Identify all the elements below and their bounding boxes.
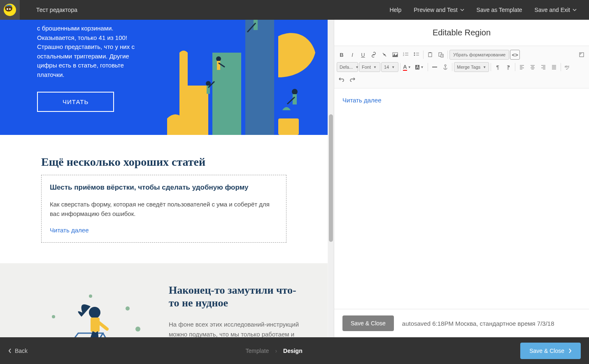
anchor-icon <box>442 64 448 70</box>
svg-point-2 <box>7 8 8 10</box>
menu-preview-test[interactable]: Preview and Test <box>414 7 464 13</box>
article-card[interactable]: Шесть приёмов вёрстки, чтобы сделать удо… <box>41 175 286 243</box>
spellcheck-button[interactable]: abc <box>563 62 573 72</box>
fullscreen-button[interactable] <box>577 50 587 60</box>
ordered-list-button[interactable]: 12 <box>401 50 411 60</box>
fun-section: Наконец-то замутили что-то не нудное На … <box>0 263 328 337</box>
primary-save-close-button[interactable]: Save & Close <box>520 343 581 359</box>
save-close-button[interactable]: Save & Close <box>342 315 394 331</box>
menu-save-template[interactable]: Save as Template <box>477 7 522 13</box>
rtl-button[interactable]: ¶ <box>503 62 513 72</box>
font-style-select[interactable]: Font▼ <box>359 62 380 72</box>
step-template[interactable]: Template <box>246 348 269 354</box>
chevron-down-icon <box>573 8 577 12</box>
italic-button[interactable]: I <box>347 50 357 60</box>
svg-point-49 <box>445 65 446 66</box>
undo-icon <box>339 77 345 82</box>
bold-button[interactable]: B <box>337 50 347 60</box>
check-icon: abc <box>565 64 570 70</box>
svg-rect-43 <box>429 52 431 53</box>
step-design[interactable]: Design <box>283 348 303 354</box>
svg-point-25 <box>89 307 100 318</box>
step-breadcrumb: Template › Design <box>28 348 520 354</box>
source-code-button[interactable]: <> <box>510 50 520 60</box>
svg-point-30 <box>135 327 140 332</box>
svg-rect-11 <box>217 61 220 70</box>
link-icon <box>371 52 377 58</box>
font-size-select[interactable]: 14▼ <box>381 62 398 72</box>
font-family-select[interactable]: Defa...▼ <box>337 62 358 72</box>
svg-rect-4 <box>179 86 208 135</box>
svg-text:2: 2 <box>403 54 404 56</box>
top-menu: Help Preview and Test Save as Template S… <box>389 7 589 13</box>
paste-button[interactable] <box>425 50 435 60</box>
svg-rect-5 <box>212 53 241 135</box>
underline-button[interactable]: U <box>358 50 368 60</box>
unordered-list-button[interactable] <box>412 50 421 60</box>
bg-color-button[interactable]: A▼ <box>413 62 426 72</box>
clear-format-button[interactable]: Убрать форматирование <box>449 50 509 60</box>
paste-text-icon: T <box>438 52 444 58</box>
svg-rect-19 <box>278 118 299 135</box>
editor-panel: Editable Region B I U 12 T Убрать формат… <box>334 20 589 337</box>
unlink-icon <box>382 52 387 58</box>
align-right-button[interactable] <box>538 62 548 72</box>
content-link[interactable]: Читать далее <box>342 97 381 104</box>
autosave-status: autosaved 6:18PM Москва, стандартное вре… <box>402 320 554 327</box>
svg-point-10 <box>216 56 221 61</box>
ltr-button[interactable]: ¶ <box>493 62 503 72</box>
anchor-button[interactable] <box>440 62 450 72</box>
ul-icon <box>414 52 419 58</box>
articles-section: Ещё несколько хороших статей Шесть приём… <box>0 135 328 263</box>
editor-footer: Save & Close autosaved 6:18PM Москва, ст… <box>334 309 589 337</box>
image-button[interactable] <box>390 50 400 60</box>
article-link[interactable]: Читать далее <box>50 227 88 234</box>
main-area: с брошенными корзинами. Оказывается, тол… <box>0 20 589 337</box>
svg-point-29 <box>126 306 130 311</box>
preview-scrollbar[interactable] <box>328 20 334 337</box>
articles-heading: Ещё несколько хороших статей <box>41 155 286 169</box>
editor-content[interactable]: Читать далее <box>334 88 589 309</box>
undo-button[interactable] <box>337 74 347 84</box>
align-justify-icon <box>552 65 556 70</box>
chevron-down-icon <box>460 8 464 12</box>
editor-title: Editable Region <box>334 20 589 46</box>
menu-help[interactable]: Help <box>389 7 401 13</box>
preview-canvas[interactable]: с брошенными корзинами. Оказывается, тол… <box>0 20 328 337</box>
redo-icon <box>349 77 355 82</box>
align-center-icon <box>530 65 535 70</box>
chevron-right-icon <box>568 348 572 353</box>
fun-para1: На фоне всех этих исследований-инструкци… <box>169 320 303 337</box>
align-justify-button[interactable] <box>549 62 559 72</box>
svg-rect-26 <box>91 318 100 332</box>
hr-button[interactable] <box>430 62 440 72</box>
document-title: Тест редактора <box>36 7 389 13</box>
align-center-button[interactable] <box>528 62 538 72</box>
app-logo[interactable] <box>0 0 20 20</box>
bottom-bar: Back Template › Design Save & Close <box>0 337 589 364</box>
article-text: Как сверстать форму, которая не сведёт п… <box>50 200 278 218</box>
read-button[interactable]: ЧИТАТЬ <box>37 92 114 112</box>
hero-block: с брошенными корзинами. Оказывается, тол… <box>0 20 328 135</box>
paste-text-button[interactable]: T <box>436 50 446 60</box>
svg-point-40 <box>414 55 415 56</box>
svg-point-16 <box>292 89 298 95</box>
unlink-button[interactable] <box>379 50 389 60</box>
ol-icon: 12 <box>403 52 409 58</box>
align-left-button[interactable] <box>517 62 527 72</box>
menu-save-exit[interactable]: Save and Exit <box>535 7 577 13</box>
merge-tags-select[interactable]: Merge Tags▼ <box>454 62 489 72</box>
fun-heading: Наконец-то замутили что-то не нудное <box>169 284 303 309</box>
text-color-button[interactable]: A▼ <box>402 62 412 72</box>
growth-illustration <box>155 20 319 135</box>
link-button[interactable] <box>369 50 379 60</box>
svg-line-23 <box>103 333 117 337</box>
align-right-icon <box>541 65 546 70</box>
svg-rect-42 <box>428 53 432 57</box>
editor-toolbar: B I U 12 T Убрать форматирование <> Defa… <box>334 46 589 88</box>
hero-text: с брошенными корзинами. Оказывается, тол… <box>0 20 156 79</box>
svg-rect-17 <box>293 94 297 104</box>
scrollbar-thumb[interactable] <box>329 114 333 242</box>
back-button[interactable]: Back <box>8 348 28 354</box>
redo-button[interactable] <box>347 74 357 84</box>
